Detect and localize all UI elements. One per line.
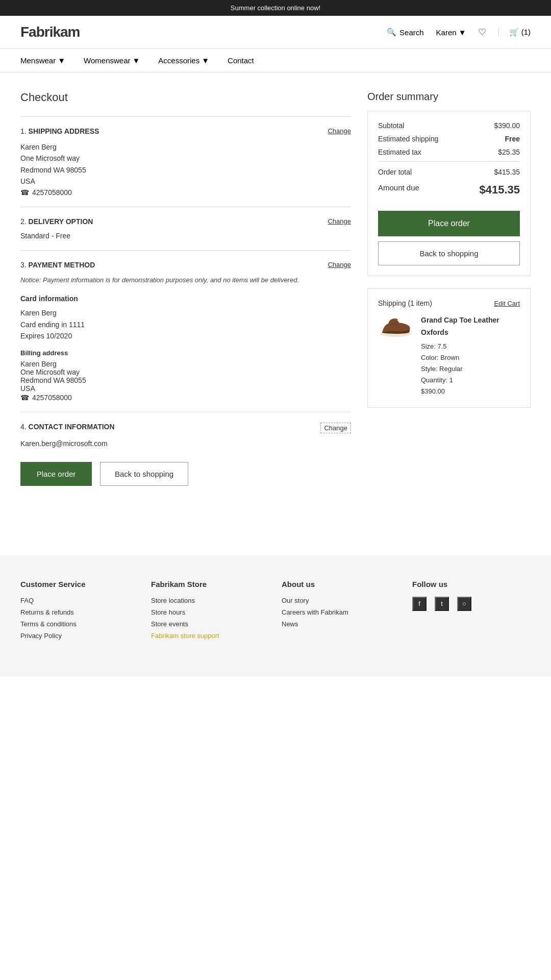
chevron-down-icon: ▼ bbox=[459, 28, 466, 37]
billing-line2: Redmond WA 98055 bbox=[20, 376, 351, 384]
twitter-button[interactable]: t bbox=[435, 597, 449, 611]
wishlist-button[interactable]: ♡ bbox=[478, 27, 486, 38]
amount-due-value: $415.35 bbox=[479, 183, 520, 197]
nav-contact[interactable]: Contact bbox=[228, 56, 254, 65]
section-number: 4. bbox=[20, 423, 27, 431]
billing-label: Billing address bbox=[20, 349, 351, 357]
shipping-label: Estimated shipping bbox=[378, 135, 438, 143]
tax-label: Estimated tax bbox=[378, 148, 421, 156]
shipping-address-header: 1. SHIPPING ADDRESS Change bbox=[20, 127, 351, 135]
twitter-icon: t bbox=[441, 600, 443, 607]
nav-contact-label: Contact bbox=[228, 56, 254, 65]
delivery-change-button[interactable]: Change bbox=[328, 217, 351, 225]
footer-link-news[interactable]: News bbox=[282, 620, 400, 628]
order-summary-title: Order summary bbox=[367, 91, 531, 103]
item-quantity: Quantity: 1 bbox=[421, 375, 520, 386]
search-label: Search bbox=[399, 28, 424, 37]
item-name: Grand Cap Toe Leather Oxfords bbox=[421, 314, 520, 339]
nav-womenswear[interactable]: Womenswear ▼ bbox=[84, 56, 140, 65]
shipping-items-section: Shipping (1 item) Edit Cart bbox=[367, 288, 531, 408]
bottom-place-order-button[interactable]: Place order bbox=[20, 462, 92, 486]
footer-link-privacy[interactable]: Privacy Policy bbox=[20, 632, 139, 640]
summary-place-order-button[interactable]: Place order bbox=[378, 211, 520, 236]
footer-about-us: About us Our story Careers with Fabrikam… bbox=[282, 580, 400, 644]
shipping-address-line1: One Microsoft way bbox=[20, 153, 351, 164]
footer-link-careers[interactable]: Careers with Fabrikam bbox=[282, 608, 400, 616]
shipping-phone: 4257058000 bbox=[32, 188, 72, 197]
tax-row: Estimated tax $25.35 bbox=[378, 148, 520, 156]
user-menu-button[interactable]: Karen ▼ bbox=[436, 28, 466, 37]
amount-due-label: Amount due bbox=[378, 183, 419, 197]
phone-icon: ☎ bbox=[20, 394, 29, 402]
footer-about-us-title: About us bbox=[282, 580, 400, 589]
billing-phone-line: ☎ 4257058000 bbox=[20, 394, 351, 402]
main-content: Checkout 1. SHIPPING ADDRESS Change Kare… bbox=[0, 72, 551, 525]
nav-menswear-label: Menswear bbox=[20, 56, 56, 65]
footer-link-faq[interactable]: FAQ bbox=[20, 597, 139, 604]
payment-notice: Notice: Payment information is for demon… bbox=[20, 275, 351, 285]
item-color: Color: Brown bbox=[421, 352, 520, 363]
shipping-change-button[interactable]: Change bbox=[328, 127, 351, 135]
tax-value: $25.35 bbox=[498, 148, 520, 156]
card-info-label: Card information bbox=[20, 293, 351, 304]
amount-due-row: Amount due $415.35 bbox=[378, 183, 520, 197]
billing-info: Billing address Karen Berg One Microsoft… bbox=[20, 349, 351, 402]
chevron-down-icon: ▼ bbox=[132, 56, 140, 65]
bottom-back-to-shopping-button[interactable]: Back to shopping bbox=[100, 462, 188, 486]
footer-fabrikam-store: Fabrikam Store Store locations Store hou… bbox=[151, 580, 269, 644]
footer-grid: Customer Service FAQ Returns & refunds T… bbox=[20, 580, 531, 644]
delivery-value: Standard - Free bbox=[20, 232, 351, 240]
facebook-icon: f bbox=[418, 600, 420, 607]
chevron-down-icon: ▼ bbox=[58, 56, 65, 65]
footer-link-store-hours[interactable]: Store hours bbox=[151, 608, 269, 616]
cart-button[interactable]: 🛒 (1) bbox=[498, 28, 531, 37]
edit-cart-button[interactable]: Edit Cart bbox=[494, 300, 520, 307]
nav-womenswear-label: Womenswear bbox=[84, 56, 130, 65]
billing-name: Karen Berg bbox=[20, 360, 351, 368]
section-number: 1. bbox=[20, 127, 27, 135]
card-ending: Card ending in 1111 bbox=[20, 319, 351, 330]
section-number: 2. bbox=[20, 217, 27, 226]
subtotal-row: Subtotal $390.00 bbox=[378, 121, 520, 130]
contact-email: Karen.berg@microsoft.com bbox=[20, 439, 351, 448]
user-label: Karen bbox=[436, 28, 457, 37]
contact-change-button[interactable]: Change bbox=[320, 423, 351, 433]
shipping-address-line2: Redmond WA 98055 bbox=[20, 164, 351, 176]
nav-menswear[interactable]: Menswear ▼ bbox=[20, 56, 65, 65]
subtotal-value: $390.00 bbox=[494, 121, 520, 130]
section-label: SHIPPING ADDRESS bbox=[29, 127, 99, 135]
nav-accessories[interactable]: Accessories ▼ bbox=[158, 56, 209, 65]
shipping-phone-line: ☎ 4257058000 bbox=[20, 188, 351, 197]
payment-change-button[interactable]: Change bbox=[328, 261, 351, 268]
shipping-name: Karen Berg bbox=[20, 141, 351, 153]
footer-link-our-story[interactable]: Our story bbox=[282, 597, 400, 604]
shipping-items-label: Shipping (1 item) bbox=[378, 299, 432, 307]
footer-link-store-locations[interactable]: Store locations bbox=[151, 597, 269, 604]
footer-link-store-events[interactable]: Store events bbox=[151, 620, 269, 628]
search-button[interactable]: 🔍 Search bbox=[387, 28, 424, 37]
contact-information-header: 4. CONTACT INFORMATION Change bbox=[20, 423, 351, 433]
logo[interactable]: Fabrikam bbox=[20, 24, 387, 40]
section-label: CONTACT INFORMATION bbox=[29, 423, 115, 431]
section-label: DELIVERY OPTION bbox=[29, 217, 93, 226]
footer-link-terms[interactable]: Terms & conditions bbox=[20, 620, 139, 628]
footer-customer-service: Customer Service FAQ Returns & refunds T… bbox=[20, 580, 139, 644]
bottom-action-buttons: Place order Back to shopping bbox=[20, 462, 351, 506]
delivery-option-title: 2. DELIVERY OPTION bbox=[20, 217, 93, 226]
section-number: 3. bbox=[20, 261, 27, 269]
footer-follow-us: Follow us f t ○ bbox=[412, 580, 531, 644]
heart-icon: ♡ bbox=[478, 27, 486, 37]
chevron-down-icon: ▼ bbox=[202, 56, 209, 65]
footer-link-store-support[interactable]: Fabrikam store support bbox=[151, 632, 269, 640]
cart-icon: 🛒 bbox=[509, 28, 519, 36]
billing-phone: 4257058000 bbox=[32, 394, 72, 402]
item-price: $390.00 bbox=[421, 386, 520, 397]
footer-fabrikam-store-title: Fabrikam Store bbox=[151, 580, 269, 589]
checkout-form: Checkout 1. SHIPPING ADDRESS Change Kare… bbox=[20, 91, 351, 506]
facebook-button[interactable]: f bbox=[412, 597, 427, 611]
summary-back-to-shopping-button[interactable]: Back to shopping bbox=[378, 241, 520, 265]
footer-link-returns[interactable]: Returns & refunds bbox=[20, 608, 139, 616]
shipping-items-header: Shipping (1 item) Edit Cart bbox=[378, 299, 520, 307]
instagram-button[interactable]: ○ bbox=[457, 597, 471, 611]
top-banner: Summer collection online now! bbox=[0, 0, 551, 16]
